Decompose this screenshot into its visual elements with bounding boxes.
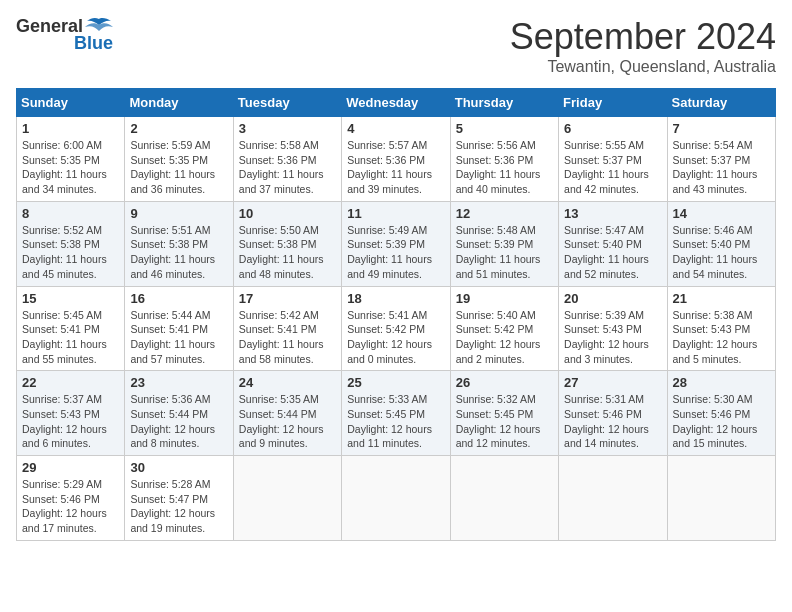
- day-info: Sunrise: 5:37 AMSunset: 5:43 PMDaylight:…: [22, 392, 119, 451]
- title-block: September 2024 Tewantin, Queensland, Aus…: [510, 16, 776, 76]
- day-info: Sunrise: 5:41 AMSunset: 5:42 PMDaylight:…: [347, 308, 444, 367]
- calendar-cell: 24Sunrise: 5:35 AMSunset: 5:44 PMDayligh…: [233, 371, 341, 456]
- calendar-cell: 18Sunrise: 5:41 AMSunset: 5:42 PMDayligh…: [342, 286, 450, 371]
- day-info: Sunrise: 5:33 AMSunset: 5:45 PMDaylight:…: [347, 392, 444, 451]
- month-year-title: September 2024: [510, 16, 776, 58]
- day-info: Sunrise: 5:30 AMSunset: 5:46 PMDaylight:…: [673, 392, 770, 451]
- day-info: Sunrise: 5:32 AMSunset: 5:45 PMDaylight:…: [456, 392, 553, 451]
- weekday-header-row: SundayMondayTuesdayWednesdayThursdayFrid…: [17, 89, 776, 117]
- day-info: Sunrise: 5:36 AMSunset: 5:44 PMDaylight:…: [130, 392, 227, 451]
- day-info: Sunrise: 5:52 AMSunset: 5:38 PMDaylight:…: [22, 223, 119, 282]
- weekday-header-monday: Monday: [125, 89, 233, 117]
- calendar-cell: 4Sunrise: 5:57 AMSunset: 5:36 PMDaylight…: [342, 117, 450, 202]
- day-number: 27: [564, 375, 661, 390]
- weekday-header-wednesday: Wednesday: [342, 89, 450, 117]
- weekday-header-thursday: Thursday: [450, 89, 558, 117]
- calendar-cell: [342, 456, 450, 541]
- weekday-header-saturday: Saturday: [667, 89, 775, 117]
- day-info: Sunrise: 5:59 AMSunset: 5:35 PMDaylight:…: [130, 138, 227, 197]
- day-number: 1: [22, 121, 119, 136]
- day-info: Sunrise: 5:54 AMSunset: 5:37 PMDaylight:…: [673, 138, 770, 197]
- calendar-cell: [559, 456, 667, 541]
- calendar-cell: 6Sunrise: 5:55 AMSunset: 5:37 PMDaylight…: [559, 117, 667, 202]
- day-number: 20: [564, 291, 661, 306]
- location-subtitle: Tewantin, Queensland, Australia: [510, 58, 776, 76]
- day-number: 14: [673, 206, 770, 221]
- day-info: Sunrise: 5:28 AMSunset: 5:47 PMDaylight:…: [130, 477, 227, 536]
- day-info: Sunrise: 5:46 AMSunset: 5:40 PMDaylight:…: [673, 223, 770, 282]
- day-info: Sunrise: 5:29 AMSunset: 5:46 PMDaylight:…: [22, 477, 119, 536]
- calendar-cell: 10Sunrise: 5:50 AMSunset: 5:38 PMDayligh…: [233, 201, 341, 286]
- day-number: 2: [130, 121, 227, 136]
- calendar-cell: 2Sunrise: 5:59 AMSunset: 5:35 PMDaylight…: [125, 117, 233, 202]
- weekday-header-friday: Friday: [559, 89, 667, 117]
- calendar-cell: 30Sunrise: 5:28 AMSunset: 5:47 PMDayligh…: [125, 456, 233, 541]
- day-info: Sunrise: 5:31 AMSunset: 5:46 PMDaylight:…: [564, 392, 661, 451]
- page-header: General Blue September 2024 Tewantin, Qu…: [16, 16, 776, 76]
- day-number: 8: [22, 206, 119, 221]
- day-info: Sunrise: 5:57 AMSunset: 5:36 PMDaylight:…: [347, 138, 444, 197]
- calendar-cell: 14Sunrise: 5:46 AMSunset: 5:40 PMDayligh…: [667, 201, 775, 286]
- calendar-cell: 8Sunrise: 5:52 AMSunset: 5:38 PMDaylight…: [17, 201, 125, 286]
- day-info: Sunrise: 5:39 AMSunset: 5:43 PMDaylight:…: [564, 308, 661, 367]
- calendar-cell: 22Sunrise: 5:37 AMSunset: 5:43 PMDayligh…: [17, 371, 125, 456]
- calendar-cell: 11Sunrise: 5:49 AMSunset: 5:39 PMDayligh…: [342, 201, 450, 286]
- day-number: 9: [130, 206, 227, 221]
- calendar-cell: [450, 456, 558, 541]
- day-info: Sunrise: 5:49 AMSunset: 5:39 PMDaylight:…: [347, 223, 444, 282]
- day-info: Sunrise: 5:35 AMSunset: 5:44 PMDaylight:…: [239, 392, 336, 451]
- day-number: 29: [22, 460, 119, 475]
- day-number: 17: [239, 291, 336, 306]
- day-number: 12: [456, 206, 553, 221]
- day-number: 5: [456, 121, 553, 136]
- day-info: Sunrise: 5:58 AMSunset: 5:36 PMDaylight:…: [239, 138, 336, 197]
- day-number: 24: [239, 375, 336, 390]
- day-info: Sunrise: 5:38 AMSunset: 5:43 PMDaylight:…: [673, 308, 770, 367]
- day-info: Sunrise: 5:51 AMSunset: 5:38 PMDaylight:…: [130, 223, 227, 282]
- day-number: 13: [564, 206, 661, 221]
- day-info: Sunrise: 5:45 AMSunset: 5:41 PMDaylight:…: [22, 308, 119, 367]
- day-number: 11: [347, 206, 444, 221]
- calendar-week-row: 22Sunrise: 5:37 AMSunset: 5:43 PMDayligh…: [17, 371, 776, 456]
- calendar-cell: 9Sunrise: 5:51 AMSunset: 5:38 PMDaylight…: [125, 201, 233, 286]
- calendar-cell: 17Sunrise: 5:42 AMSunset: 5:41 PMDayligh…: [233, 286, 341, 371]
- calendar-cell: 1Sunrise: 6:00 AMSunset: 5:35 PMDaylight…: [17, 117, 125, 202]
- day-number: 21: [673, 291, 770, 306]
- calendar-cell: 21Sunrise: 5:38 AMSunset: 5:43 PMDayligh…: [667, 286, 775, 371]
- calendar-cell: 25Sunrise: 5:33 AMSunset: 5:45 PMDayligh…: [342, 371, 450, 456]
- calendar-cell: 3Sunrise: 5:58 AMSunset: 5:36 PMDaylight…: [233, 117, 341, 202]
- calendar-cell: [233, 456, 341, 541]
- calendar-cell: 7Sunrise: 5:54 AMSunset: 5:37 PMDaylight…: [667, 117, 775, 202]
- day-number: 10: [239, 206, 336, 221]
- calendar-week-row: 8Sunrise: 5:52 AMSunset: 5:38 PMDaylight…: [17, 201, 776, 286]
- day-info: Sunrise: 5:42 AMSunset: 5:41 PMDaylight:…: [239, 308, 336, 367]
- weekday-header-tuesday: Tuesday: [233, 89, 341, 117]
- day-number: 26: [456, 375, 553, 390]
- calendar-cell: 20Sunrise: 5:39 AMSunset: 5:43 PMDayligh…: [559, 286, 667, 371]
- calendar-cell: 15Sunrise: 5:45 AMSunset: 5:41 PMDayligh…: [17, 286, 125, 371]
- day-info: Sunrise: 5:55 AMSunset: 5:37 PMDaylight:…: [564, 138, 661, 197]
- logo-blue: Blue: [74, 33, 113, 54]
- day-number: 23: [130, 375, 227, 390]
- calendar-week-row: 1Sunrise: 6:00 AMSunset: 5:35 PMDaylight…: [17, 117, 776, 202]
- day-number: 4: [347, 121, 444, 136]
- day-info: Sunrise: 5:40 AMSunset: 5:42 PMDaylight:…: [456, 308, 553, 367]
- calendar-week-row: 29Sunrise: 5:29 AMSunset: 5:46 PMDayligh…: [17, 456, 776, 541]
- calendar-cell: 28Sunrise: 5:30 AMSunset: 5:46 PMDayligh…: [667, 371, 775, 456]
- calendar-cell: 5Sunrise: 5:56 AMSunset: 5:36 PMDaylight…: [450, 117, 558, 202]
- day-number: 25: [347, 375, 444, 390]
- day-info: Sunrise: 5:47 AMSunset: 5:40 PMDaylight:…: [564, 223, 661, 282]
- calendar-cell: 19Sunrise: 5:40 AMSunset: 5:42 PMDayligh…: [450, 286, 558, 371]
- day-number: 19: [456, 291, 553, 306]
- day-info: Sunrise: 5:44 AMSunset: 5:41 PMDaylight:…: [130, 308, 227, 367]
- calendar-table: SundayMondayTuesdayWednesdayThursdayFrid…: [16, 88, 776, 541]
- calendar-cell: [667, 456, 775, 541]
- calendar-cell: 23Sunrise: 5:36 AMSunset: 5:44 PMDayligh…: [125, 371, 233, 456]
- logo: General Blue: [16, 16, 113, 54]
- calendar-cell: 16Sunrise: 5:44 AMSunset: 5:41 PMDayligh…: [125, 286, 233, 371]
- calendar-cell: 26Sunrise: 5:32 AMSunset: 5:45 PMDayligh…: [450, 371, 558, 456]
- day-info: Sunrise: 5:50 AMSunset: 5:38 PMDaylight:…: [239, 223, 336, 282]
- calendar-week-row: 15Sunrise: 5:45 AMSunset: 5:41 PMDayligh…: [17, 286, 776, 371]
- day-number: 28: [673, 375, 770, 390]
- calendar-cell: 12Sunrise: 5:48 AMSunset: 5:39 PMDayligh…: [450, 201, 558, 286]
